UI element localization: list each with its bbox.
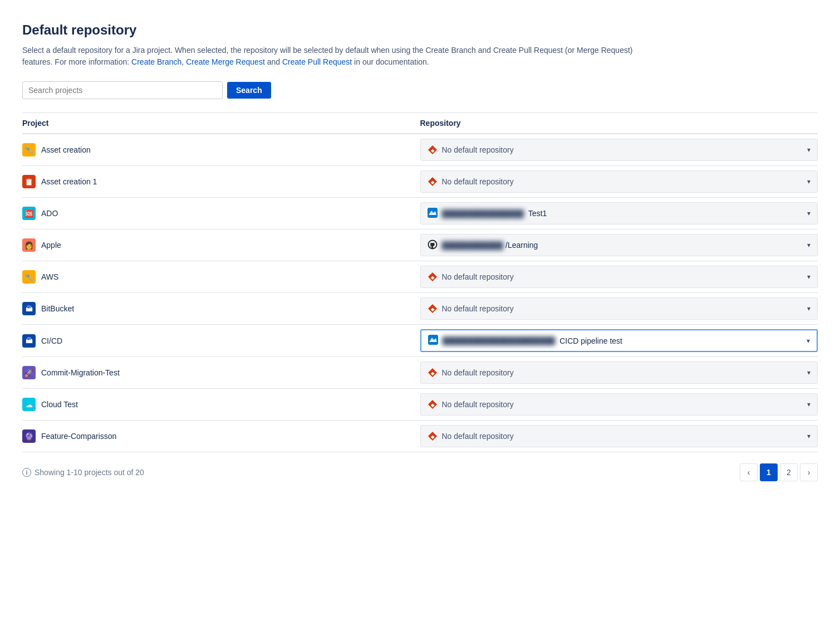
repo-cell: ████████████████ Test1 ▾ — [420, 202, 818, 224]
chevron-down-icon: ▾ — [807, 241, 810, 249]
search-input[interactable] — [22, 81, 223, 99]
table-row: ☁ Cloud Test ◆ No default repository ▾ — [22, 389, 818, 421]
project-cell: 🔮 Feature-Comparisson — [22, 429, 420, 443]
no-default-icon: ◆ — [428, 368, 438, 378]
project-icon: 📋 — [22, 175, 36, 188]
repo-select-inner: ◆ No default repository — [428, 399, 808, 409]
search-bar: Search — [22, 81, 818, 99]
repo-select-inner: ████████████████ Test1 — [428, 208, 808, 219]
create-branch-link[interactable]: Create Branch — [131, 57, 181, 66]
table-body: 🔧 Asset creation ◆ No default repository… — [22, 134, 818, 452]
project-icon: 🏔 — [22, 302, 36, 315]
project-cell: ☁ Cloud Test — [22, 398, 420, 411]
project-name: Apple — [41, 241, 61, 250]
project-icon: 🚀 — [22, 366, 36, 379]
svg-text:◆: ◆ — [430, 275, 435, 280]
svg-text:◆: ◆ — [430, 371, 435, 376]
repo-select[interactable]: ◆ No default repository ▾ — [420, 297, 818, 320]
create-merge-request-link[interactable]: Create Merge Request — [186, 57, 265, 66]
repository-column-header: Repository — [420, 119, 818, 128]
projects-table: Project Repository 🔧 Asset creation ◆ No… — [22, 113, 818, 452]
repo-select-inner: ◆ No default repository — [428, 304, 808, 314]
svg-text:◆: ◆ — [430, 403, 435, 408]
repo-select[interactable]: ◆ No default repository ▾ — [420, 362, 818, 384]
repo-cell: ◆ No default repository ▾ — [420, 393, 818, 416]
repo-cell: ██████████████████████ CICD pipeline tes… — [420, 329, 818, 352]
table-header: Project Repository — [22, 113, 818, 134]
repo-select-inner: ◆ No default repository — [428, 177, 808, 187]
project-icon: 🔮 — [22, 429, 36, 443]
pagination-prev[interactable]: ‹ — [740, 463, 758, 481]
table-row: 👩 Apple ████████████ /Learning ▾ — [22, 229, 818, 261]
project-cell: 🚀 Commit-Migration-Test — [22, 366, 420, 379]
table-row: 🚀 Commit-Migration-Test ◆ No default rep… — [22, 357, 818, 389]
repo-select[interactable]: ████████████████ Test1 ▾ — [420, 202, 818, 224]
search-button[interactable]: Search — [227, 82, 271, 99]
repo-cell: ◆ No default repository ▾ — [420, 266, 818, 288]
chevron-down-icon: ▾ — [807, 401, 810, 408]
repo-cell: ████████████ /Learning ▾ — [420, 234, 818, 256]
table-row: 🏔 CI/CD ██████████████████████ CICD pipe… — [22, 325, 818, 357]
pagination-page-1[interactable]: 1 — [760, 463, 778, 481]
chevron-down-icon: ▾ — [807, 146, 810, 154]
repo-select-inner: ████████████ /Learning — [428, 240, 808, 251]
info-icon: i — [22, 468, 31, 477]
repo-text: No default repository — [442, 272, 514, 281]
repo-cell: ◆ No default repository ▾ — [420, 139, 818, 161]
chevron-down-icon: ▾ — [807, 273, 810, 281]
pagination-next[interactable]: › — [800, 463, 818, 481]
no-default-icon: ◆ — [428, 177, 438, 187]
github-icon — [428, 240, 438, 251]
pagination: ‹12› — [740, 463, 818, 481]
svg-text:◆: ◆ — [430, 307, 435, 312]
project-name: Cloud Test — [41, 400, 78, 409]
table-row: 📋 Asset creation 1 ◆ No default reposito… — [22, 166, 818, 198]
repo-select[interactable]: ██████████████████████ CICD pipeline tes… — [420, 329, 818, 352]
project-icon: ☁ — [22, 398, 36, 411]
create-pull-request-link[interactable]: Create Pull Request — [282, 57, 352, 66]
project-icon: 👩 — [22, 238, 36, 252]
table-row: 🏔 BitBucket ◆ No default repository ▾ — [22, 293, 818, 325]
repo-text: No default repository — [442, 177, 514, 186]
project-cell: 🔧 AWS — [22, 270, 420, 284]
repo-select-inner: ██████████████████████ CICD pipeline tes… — [428, 335, 807, 346]
no-default-icon: ◆ — [428, 431, 438, 441]
chevron-down-icon: ▾ — [807, 178, 810, 185]
showing-count: i Showing 1-10 projects out of 20 — [22, 468, 144, 477]
chevron-down-icon: ▾ — [807, 305, 810, 312]
repo-select-inner: ◆ No default repository — [428, 431, 808, 441]
repo-cell: ◆ No default repository ▾ — [420, 425, 818, 447]
svg-text:◆: ◆ — [430, 148, 435, 153]
project-cell: 📋 Asset creation 1 — [22, 175, 420, 188]
repo-select-inner: ◆ No default repository — [428, 272, 808, 282]
pagination-page-2[interactable]: 2 — [780, 463, 798, 481]
no-default-icon: ◆ — [428, 272, 438, 282]
table-row: 🔮 Feature-Comparisson ◆ No default repos… — [22, 421, 818, 452]
repo-cell: ◆ No default repository ▾ — [420, 170, 818, 193]
repo-select[interactable]: ◆ No default repository ▾ — [420, 393, 818, 416]
svg-text:◆: ◆ — [430, 180, 435, 185]
repo-blurred-prefix: ████████████ — [442, 241, 504, 250]
repo-cell: ◆ No default repository ▾ — [420, 297, 818, 320]
project-name: ADO — [41, 209, 58, 218]
repo-text: Test1 — [528, 209, 547, 218]
repo-text: CICD pipeline test — [559, 336, 622, 345]
footer: i Showing 1-10 projects out of 20 ‹12› — [22, 463, 818, 481]
repo-select[interactable]: ████████████ /Learning ▾ — [420, 234, 818, 256]
project-cell: 🏔 CI/CD — [22, 334, 420, 348]
chevron-down-icon: ▾ — [807, 432, 810, 440]
project-icon: 🆘 — [22, 207, 36, 220]
repo-select[interactable]: ◆ No default repository ▾ — [420, 139, 818, 161]
repo-select[interactable]: ◆ No default repository ▾ — [420, 425, 818, 447]
chevron-down-icon: ▾ — [807, 369, 810, 377]
repo-cell: ◆ No default repository ▾ — [420, 362, 818, 384]
repo-select-inner: ◆ No default repository — [428, 368, 808, 378]
page-title: Default repository — [22, 22, 818, 38]
project-cell: 🏔 BitBucket — [22, 302, 420, 315]
repo-select[interactable]: ◆ No default repository ▾ — [420, 170, 818, 193]
table-row: 🔧 AWS ◆ No default repository ▾ — [22, 261, 818, 293]
repo-blurred-prefix: ██████████████████████ — [443, 336, 556, 345]
repo-select[interactable]: ◆ No default repository ▾ — [420, 266, 818, 288]
repo-text: No default repository — [442, 432, 514, 441]
project-name: Feature-Comparisson — [41, 432, 116, 441]
